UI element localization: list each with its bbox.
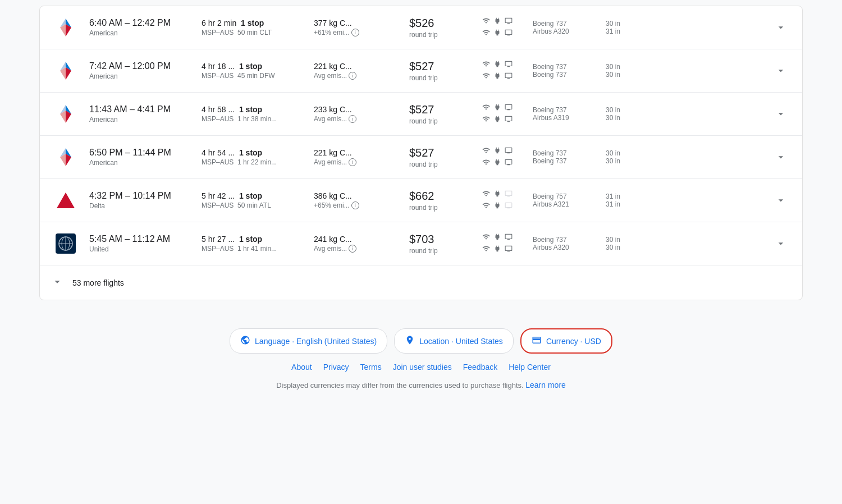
screen-icon-2 (505, 115, 512, 125)
amenity-row-1 (482, 17, 521, 26)
feedback-link[interactable]: Feedback (463, 363, 497, 372)
emissions-main: 233 kg C... (314, 105, 398, 114)
svg-marker-2 (66, 24, 71, 36)
airline-logo (51, 59, 80, 82)
flight-duration-section: 6 hr 2 min 1 stop MSP–AUS 50 min CLT (202, 19, 303, 36)
flight-aircraft-section: Boeing 737 Airbus A320 (533, 236, 594, 251)
location-button[interactable]: Location · United States (394, 328, 514, 354)
screen-icon-2 (505, 29, 512, 38)
globe-icon (240, 335, 250, 347)
flight-emissions-section: 241 kg C... Avg emis... i (314, 235, 398, 253)
emissions-main: 221 kg C... (314, 148, 398, 157)
flight-price-section: $527 round trip (409, 146, 471, 168)
more-flights-row[interactable]: 53 more flights (40, 265, 802, 300)
info-icon[interactable]: i (349, 115, 356, 123)
emissions-sub: Avg emis... i (314, 245, 398, 253)
svg-marker-14 (66, 154, 71, 166)
screen-icon-2 (505, 158, 512, 168)
aircraft-1: Boeing 737 (533, 149, 594, 157)
route-detail: MSP–AUS 1 hr 22 min... (202, 158, 303, 166)
airline-name: American (89, 116, 190, 123)
learn-more-link[interactable]: Learn more (525, 381, 566, 390)
language-label: Language · English (United States) (255, 337, 377, 346)
flight-time-section: 11:43 AM – 4:41 PM American (89, 104, 190, 123)
info-icon[interactable]: i (349, 72, 356, 80)
expand-button[interactable] (771, 233, 791, 254)
flight-row[interactable]: 4:32 PM – 10:14 PM Delta 5 hr 42 ... 1 s… (40, 179, 802, 222)
flight-time-section: 7:42 AM – 12:00 PM American (89, 61, 190, 80)
flight-time-section: 6:40 AM – 12:42 PM American (89, 18, 190, 37)
wifi-icon-2 (482, 201, 490, 211)
duration: 4 hr 58 ... 1 stop (202, 105, 303, 114)
legroom-1: 30 in (606, 20, 634, 28)
power-icon-1 (493, 233, 501, 242)
svg-marker-10 (66, 111, 71, 123)
route-detail: MSP–AUS 50 min CLT (202, 29, 303, 36)
expand-button[interactable] (771, 17, 791, 38)
legroom-2: 30 in (606, 114, 634, 122)
expand-button[interactable] (771, 104, 791, 124)
flight-time: 6:40 AM – 12:42 PM (89, 18, 190, 28)
join-user-studies-link[interactable]: Join user studies (393, 363, 452, 372)
privacy-link[interactable]: Privacy (323, 363, 349, 372)
legroom-2: 30 in (606, 157, 634, 165)
power-icon-2 (493, 201, 501, 211)
screen-icon-2 (505, 72, 512, 81)
flight-row[interactable]: 7:42 AM – 12:00 PM American 4 hr 18 ... … (40, 49, 802, 93)
footer-buttons: Language · English (United States) Locat… (230, 328, 612, 354)
terms-link[interactable]: Terms (360, 363, 382, 372)
help-center-link[interactable]: Help Center (509, 363, 551, 372)
flight-duration-section: 4 hr 18 ... 1 stop MSP–AUS 45 min DFW (202, 62, 303, 80)
price-type: round trip (409, 204, 471, 212)
price-type: round trip (409, 117, 471, 125)
currency-icon (532, 335, 542, 347)
wifi-icon-1 (482, 17, 490, 26)
flight-time-section: 4:32 PM – 10:14 PM Delta (89, 191, 190, 210)
power-icon-1 (493, 60, 501, 70)
amenity-row-2 (482, 29, 521, 38)
airline-name: Delta (89, 202, 190, 210)
price: $527 (409, 146, 471, 159)
flight-legroom-section: 30 in 31 in (606, 20, 634, 35)
emissions-main: 241 kg C... (314, 235, 398, 244)
info-icon[interactable]: i (351, 29, 359, 36)
amenity-row-1 (482, 60, 521, 70)
price: $662 (409, 190, 471, 203)
about-link[interactable]: About (291, 363, 312, 372)
flight-amenities-section (482, 17, 521, 38)
flight-time: 11:43 AM – 4:41 PM (89, 104, 190, 114)
info-icon[interactable]: i (349, 158, 356, 166)
aircraft-2: Airbus A319 (533, 114, 594, 122)
wifi-icon-2 (482, 245, 490, 254)
power-icon-2 (493, 115, 501, 125)
footer: Language · English (United States) Locat… (39, 317, 803, 401)
info-icon[interactable]: i (351, 201, 359, 209)
screen-icon-1 (505, 17, 512, 26)
flight-emissions-section: 377 kg C... +61% emi... i (314, 19, 398, 36)
info-icon[interactable]: i (349, 245, 356, 253)
amenity-row-2 (482, 158, 521, 168)
expand-button[interactable] (771, 61, 791, 81)
currency-button[interactable]: Currency · USD (520, 328, 612, 354)
airline-logo (51, 103, 80, 125)
flight-aircraft-section: Boeing 737 Airbus A319 (533, 106, 594, 122)
flight-aircraft-section: Boeing 737 Boeing 737 (533, 149, 594, 165)
duration: 4 hr 18 ... 1 stop (202, 62, 303, 71)
language-button[interactable]: Language · English (United States) (230, 328, 387, 354)
flight-row[interactable]: 5:45 AM – 11:12 AM United 5 hr 27 ... 1 … (40, 222, 802, 265)
page-wrapper: 6:40 AM – 12:42 PM American 6 hr 2 min 1… (28, 0, 814, 418)
expand-button[interactable] (771, 190, 791, 210)
expand-button[interactable] (771, 147, 791, 167)
aircraft-1: Boeing 737 (533, 236, 594, 244)
svg-marker-11 (60, 111, 66, 123)
amenity-row-2 (482, 115, 521, 125)
wifi-icon-2 (482, 115, 490, 125)
flight-row[interactable]: 6:40 AM – 12:42 PM American 6 hr 2 min 1… (40, 6, 802, 49)
flight-duration-section: 5 hr 27 ... 1 stop MSP–AUS 1 hr 41 min..… (202, 235, 303, 253)
flight-row[interactable]: 11:43 AM – 4:41 PM American 4 hr 58 ... … (40, 93, 802, 136)
flight-price-section: $662 round trip (409, 190, 471, 212)
amenity-row-1 (482, 103, 521, 113)
flight-emissions-section: 233 kg C... Avg emis... i (314, 105, 398, 123)
amenity-row-2 (482, 245, 521, 254)
flight-row[interactable]: 6:50 PM – 11:44 PM American 4 hr 54 ... … (40, 136, 802, 179)
